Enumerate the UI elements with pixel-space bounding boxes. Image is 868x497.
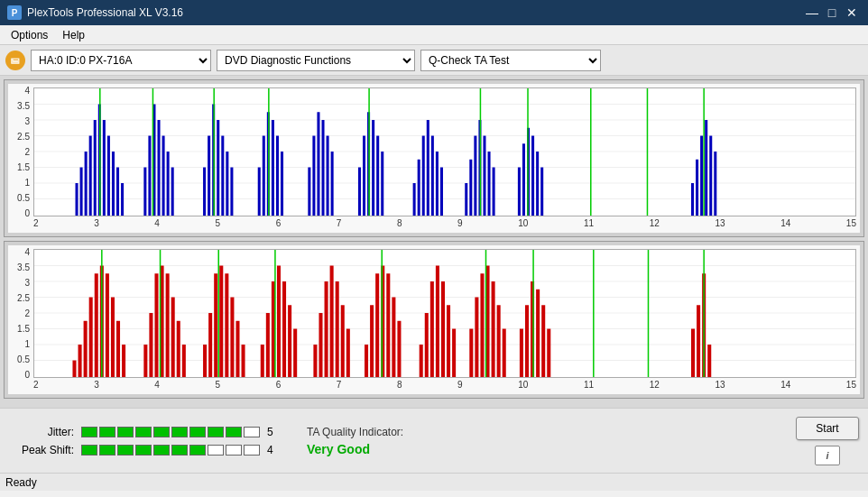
svg-rect-13 [103, 120, 106, 216]
ps-seg-8 [208, 445, 224, 456]
ps-seg-7 [189, 445, 206, 456]
svg-rect-156 [492, 281, 495, 377]
window-controls: — □ ✕ [803, 4, 861, 22]
svg-rect-17 [121, 183, 124, 216]
menu-help[interactable]: Help [55, 27, 92, 43]
svg-rect-78 [696, 160, 698, 216]
action-buttons: Start i [796, 417, 859, 465]
svg-rect-131 [319, 313, 322, 377]
svg-rect-165 [547, 329, 550, 377]
status-bar: Ready [0, 473, 868, 491]
svg-rect-111 [182, 345, 186, 377]
jitter-label: Jitter: [9, 426, 74, 438]
jitter-seg-3 [117, 427, 134, 437]
svg-rect-62 [465, 183, 467, 216]
svg-rect-68 [493, 168, 495, 216]
svg-rect-31 [221, 136, 224, 216]
test-select[interactable]: Q-Check TA Test [420, 50, 601, 71]
jitter-row: Jitter: 5 [9, 426, 280, 438]
ta-quality-section: TA Quality Indicator: Very Good [307, 426, 403, 456]
svg-rect-60 [436, 152, 439, 216]
svg-rect-56 [418, 160, 420, 216]
ps-seg-4 [135, 445, 152, 456]
ps-seg-2 [99, 445, 115, 456]
top-chart-plot [33, 87, 856, 216]
svg-rect-143 [397, 321, 401, 377]
title-bar: P PlexTools Professional XL V3.16 — □ ✕ [0, 0, 868, 25]
metrics-section: Jitter: 5 Peak Shift: [9, 426, 280, 456]
svg-rect-19 [143, 168, 146, 216]
svg-rect-99 [106, 273, 109, 377]
top-chart-svg [34, 88, 855, 216]
svg-rect-82 [714, 152, 716, 216]
jitter-seg-2 [99, 427, 115, 437]
svg-rect-115 [214, 273, 217, 377]
svg-rect-168 [697, 305, 700, 377]
bottom-chart-x-axis: 2 3 4 5 6 7 8 9 10 11 12 13 14 15 [33, 380, 856, 392]
close-button[interactable]: ✕ [843, 4, 861, 22]
svg-rect-67 [488, 152, 491, 216]
ps-seg-3 [117, 445, 134, 456]
svg-rect-94 [78, 345, 82, 377]
jitter-seg-9 [226, 427, 242, 437]
svg-rect-118 [230, 298, 234, 377]
svg-rect-145 [420, 345, 423, 377]
svg-rect-153 [475, 298, 478, 377]
maximize-button[interactable]: □ [823, 4, 841, 22]
svg-rect-119 [235, 321, 239, 377]
svg-rect-15 [112, 152, 115, 216]
bottom-panel: Jitter: 5 Peak Shift: [0, 408, 868, 473]
peakshift-label: Peak Shift: [9, 444, 74, 456]
svg-rect-39 [276, 136, 279, 216]
svg-rect-43 [312, 136, 315, 216]
function-select[interactable]: DVD Diagnostic Functions [217, 50, 415, 71]
svg-rect-11 [94, 120, 97, 216]
menu-options[interactable]: Options [4, 27, 55, 43]
svg-rect-139 [375, 273, 379, 377]
svg-rect-108 [166, 273, 170, 377]
jitter-value: 5 [267, 426, 280, 438]
svg-rect-53 [381, 152, 383, 216]
svg-rect-100 [111, 298, 115, 377]
svg-rect-104 [143, 345, 147, 377]
svg-rect-58 [427, 120, 429, 216]
jitter-seg-5 [153, 427, 170, 437]
svg-rect-116 [219, 266, 223, 377]
jitter-bar [81, 427, 260, 437]
ta-quality-label: TA Quality Indicator: [307, 426, 403, 438]
svg-rect-130 [313, 345, 317, 377]
svg-rect-45 [322, 120, 325, 216]
svg-rect-61 [440, 168, 443, 216]
svg-rect-110 [177, 321, 180, 377]
svg-rect-160 [520, 329, 523, 377]
svg-rect-133 [330, 266, 334, 377]
svg-rect-32 [226, 152, 228, 216]
svg-rect-96 [89, 298, 93, 377]
svg-rect-74 [536, 152, 539, 216]
svg-rect-70 [518, 168, 521, 216]
svg-rect-138 [370, 305, 374, 377]
device-select[interactable]: HA:0 ID:0 PX-716A [31, 50, 211, 71]
svg-rect-123 [266, 313, 270, 377]
svg-rect-51 [372, 120, 374, 216]
svg-rect-148 [436, 266, 439, 377]
menu-bar: Options Help [0, 25, 868, 45]
peakshift-row: Peak Shift: 4 [9, 444, 280, 456]
svg-rect-33 [230, 168, 233, 216]
svg-rect-25 [171, 168, 174, 216]
top-chart-x-axis: 2 3 4 5 6 7 8 9 10 11 12 13 14 15 [33, 218, 856, 231]
svg-rect-114 [208, 313, 212, 377]
info-button[interactable]: i [815, 446, 840, 465]
device-icon: 🖴 [5, 51, 25, 70]
svg-rect-135 [341, 305, 345, 377]
jitter-seg-8 [208, 427, 224, 437]
top-chart-container: 4 3.5 3 2.5 2 1.5 1 0.5 0 [4, 79, 864, 237]
toolbar: 🖴 HA:0 ID:0 PX-716A DVD Diagnostic Funct… [0, 45, 868, 76]
minimize-button[interactable]: — [803, 4, 821, 22]
svg-rect-128 [293, 329, 297, 377]
bottom-chart-inner: 4 3.5 3 2.5 2 1.5 1 0.5 0 [8, 245, 860, 394]
start-button[interactable]: Start [796, 417, 859, 440]
svg-rect-55 [413, 183, 416, 216]
svg-rect-157 [497, 305, 501, 377]
svg-rect-141 [386, 273, 390, 377]
